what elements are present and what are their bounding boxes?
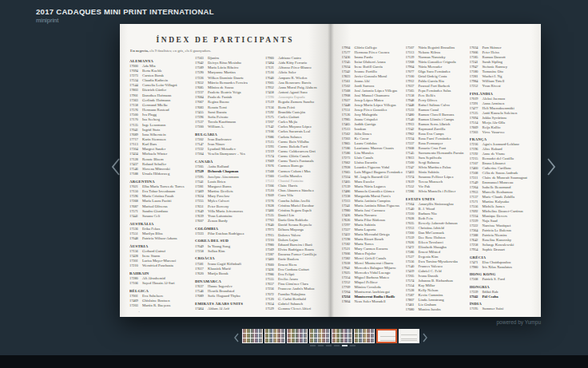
entry-name: Joana Alié: [355, 79, 371, 83]
entry-name: Alice Robard: [483, 147, 503, 151]
entry-name: Judith Garriga: [355, 122, 376, 126]
page-thumbnail[interactable]: [242, 329, 263, 343]
right-page[interactable]: 17904Glòria Gallego17577Hermosa Pérez Cu…: [331, 24, 542, 317]
entry-name: Claire Harris: [278, 184, 297, 188]
entry-number: 17286: [406, 189, 419, 194]
entry-name: Yvan Lafontaine: [208, 214, 232, 218]
entry-name: Aleksi Joensuu: [483, 97, 506, 101]
powered-by-link[interactable]: powered by Yumpu: [479, 319, 541, 325]
thumbnail-pagination: [310, 345, 356, 346]
entry-name: Sònia Subirós: [419, 170, 439, 174]
entry-name: Lluïsa Escartín: [355, 160, 377, 164]
entry-number: 17620: [195, 271, 208, 276]
entry-name: Juana Crispolet: [355, 117, 378, 121]
page-thumbnail[interactable]: [287, 329, 308, 343]
entry-name: Inge Lenzmann: [142, 123, 165, 127]
entry-name: Karl Bars: [142, 142, 157, 146]
pagination-dash[interactable]: [334, 345, 340, 346]
entry-number: 17441: [129, 214, 142, 219]
entry-name: Rosa Eva Camps: [419, 132, 444, 136]
entry-name: Deivys Ritso Mesinho: [208, 61, 241, 65]
publisher-name[interactable]: miniprint: [36, 17, 58, 24]
entry-number: 17980: [470, 265, 483, 270]
entry-name: Paulette Beatriz Veiga: [208, 90, 241, 94]
index-entry: 17300William A.: [195, 125, 264, 129]
entry-name: Ernest Milsted: [419, 250, 440, 254]
entry-name: Roseline Kanovsky: [483, 238, 512, 242]
entry-name: Ahlam Al Arif: [208, 307, 229, 311]
entry-name: Pepa Fernández Salas: [419, 89, 451, 93]
thumbnails-scroll-right-button[interactable]: [420, 330, 430, 345]
entry-name: Beth Fein: [419, 216, 433, 220]
entry-name: Alicia Soler: [278, 70, 296, 74]
entry-name: Oriol Ordeig Costa: [419, 74, 447, 78]
page-thumbnail[interactable]: [309, 329, 330, 343]
next-page-button[interactable]: [544, 157, 558, 180]
entry-name: Fina Giménez Clara: [278, 282, 308, 286]
entry-name: Mary Pavelow: [208, 194, 229, 198]
entry-name: Elizabeth Shaughn: [419, 245, 447, 249]
entry-name: Núria González Crignola: [419, 60, 456, 64]
index-entry: 17048Patricia Wilson-Adams: [129, 236, 197, 241]
entry-name: Sayed Husain Al-Sari: [142, 281, 175, 285]
entry-name: Dario Orta Robledo: [278, 218, 308, 222]
entry-name: Ramon Canal: [419, 108, 439, 112]
entry-name: Virve Vasarvee: [483, 130, 505, 134]
pagination-dash[interactable]: [326, 345, 332, 346]
entry-name: Jukka Syvärinne: [483, 116, 507, 120]
entry-name: Anne de Visme: [483, 152, 506, 156]
entry-name: Hermosa Pérez Cuenca: [355, 50, 390, 54]
entry-name: Djanira: [208, 56, 219, 60]
book-spread: ÍNDEX DE PARTICIPANTS En negreta, els 9 …: [120, 24, 541, 317]
entry-name: Ramon Llimós i Camps: [419, 117, 455, 121]
entry-name: Marta Ricart Bosch: [355, 237, 384, 241]
entry-name: Neus Soler Moradell: [355, 299, 386, 303]
pagination-dash[interactable]: [318, 345, 324, 346]
entry-name: William A.: [208, 125, 224, 129]
entry-name: Lourdes Figueras Vidal: [355, 165, 390, 169]
entry-name: Stefanie Ramsey: [483, 65, 508, 69]
entry-name: Anna Moral Puig Alabern: [278, 85, 317, 89]
entry-name: Michaela Winter: [142, 152, 167, 156]
left-page[interactable]: ÍNDEX DE PARTICIPANTS En negreta, els 9 …: [120, 24, 331, 317]
entry-name: Sergi Rabassa: [419, 160, 439, 164]
entry-name: Lyudmil Metodiev: [208, 147, 236, 151]
entry-name: M. Àngels Bacardí Gil: [355, 175, 389, 179]
pagination-dash[interactable]: [350, 345, 356, 346]
entry-name: Lluís Canals: [355, 156, 374, 160]
page-thumbnail[interactable]: [354, 329, 375, 343]
entry-name: Amparo R. Wieden: [278, 76, 307, 80]
page-thumbnail[interactable]: [264, 329, 285, 343]
entry-name: Josep López Mateu: [355, 98, 383, 102]
entry-name: Rosario Cruz Font: [419, 146, 447, 150]
entry-number: 17080: [406, 307, 419, 312]
entry-name: Chus Abaurrea Sánchez: [278, 188, 314, 192]
entry-name: Teresa Monsech: [419, 180, 443, 184]
entry-name: Perry Olives: [419, 98, 438, 102]
entry-name: Francesc Andrés Muñoz: [278, 287, 315, 291]
document-title: 2017 CADAQUES MINI PRINT INTERNATIONAL: [36, 7, 214, 16]
page-thumbnail[interactable]: [399, 329, 419, 343]
chevron-right-icon: [546, 156, 556, 180]
entry-name: Slovena Mitrovski: [142, 167, 170, 171]
page-thumbnail-current[interactable]: [376, 329, 397, 343]
entry-name: Gabriel C. Feld: [419, 269, 442, 273]
index-entry: 17203Martin R. Baeyens: [129, 303, 197, 308]
entry-number: 17607: [195, 219, 208, 224]
entry-name: Ana Benavarre Barcis: [278, 81, 311, 85]
page-thumbnail[interactable]: [332, 329, 352, 343]
entry-name: Evgenia Kim: [419, 255, 439, 259]
entry-name: José Manuel Chamorro: [355, 93, 390, 97]
entry-name: Marilyn Bliss: [142, 231, 163, 235]
index-entry: 17804Neus Soler Moradell: [342, 299, 406, 304]
entry-number: 17203: [129, 303, 142, 308]
entry-name: Cecília Morales: [278, 174, 302, 178]
thumbnails-scroll-left-button[interactable]: [232, 330, 241, 345]
entry-name: Marija Bozak: [208, 271, 228, 275]
entry-name: Ingrid Stotz: [142, 128, 160, 132]
pagination-dash-active[interactable]: [342, 345, 348, 346]
entry-name: Johanna B. Richardson: [419, 279, 453, 283]
entry-name: Maryanne Martins: [208, 70, 236, 74]
pagination-dash[interactable]: [310, 345, 316, 346]
entry-name: Laura Cridolas: [355, 141, 377, 145]
